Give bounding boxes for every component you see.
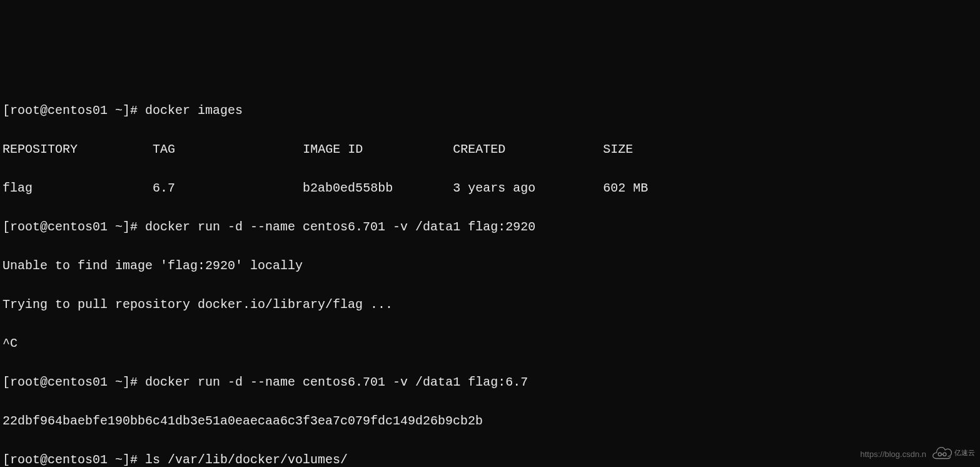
shell-prompt: [root@centos01 ~]# [3,103,145,118]
table-row: flag 6.7 b2ab0ed558bb 3 years ago 602 MB [3,178,977,198]
svg-point-1 [942,453,946,456]
prompt-line: [root@centos01 ~]# docker run -d --name … [3,372,977,392]
prompt-line: [root@centos01 ~]# ls /var/lib/docker/vo… [3,450,977,467]
table-header: REPOSITORY TAG IMAGE ID CREATED SIZE [3,140,977,159]
terminal-output[interactable]: [root@centos01 ~]# docker images REPOSIT… [3,81,977,467]
shell-prompt: [root@centos01 ~]# [3,375,145,389]
output-line: 22dbf964baebfe190bb6c41db3e51a0eaecaa6c3… [3,411,977,431]
command-text: docker run -d --name centos6.701 -v /dat… [145,375,528,389]
watermark-url: https://blog.csdn.n [860,448,926,461]
shell-prompt: [root@centos01 ~]# [3,220,145,234]
watermark-brand: 亿速云 [954,448,975,458]
command-text: docker images [145,103,243,118]
output-line: Unable to find image 'flag:2920' locally [3,256,977,275]
svg-point-0 [938,453,941,456]
watermark-logo: 亿速云 [929,443,977,463]
cloud-icon [932,446,953,460]
output-line: Trying to pull repository docker.io/libr… [3,295,977,314]
prompt-line: [root@centos01 ~]# docker run -d --name … [3,217,977,237]
command-text: ls /var/lib/docker/volumes/ [145,453,348,467]
prompt-line: [root@centos01 ~]# docker images [3,101,977,120]
shell-prompt: [root@centos01 ~]# [3,453,145,467]
output-line: ^C [3,334,977,353]
command-text: docker run -d --name centos6.701 -v /dat… [145,220,535,234]
